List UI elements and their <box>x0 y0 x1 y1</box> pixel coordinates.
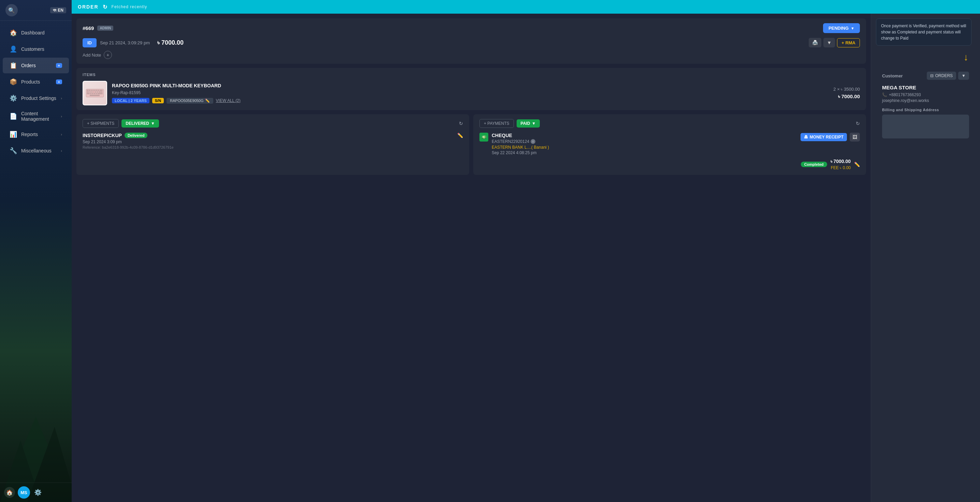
svg-rect-9 <box>94 90 95 91</box>
sidebar-item-content-management[interactable]: 📄 Content Management › <box>3 107 69 126</box>
order-number: #669 <box>83 25 94 31</box>
svg-rect-25 <box>98 93 103 94</box>
customer-card: Customer ⊟ ORDERS ▼ MEGA STORE 📞 +880 <box>876 67 975 143</box>
image-button[interactable]: 🖼 <box>850 133 860 141</box>
order-amount: ৳ 7000.00 <box>157 39 184 46</box>
payment-reference: EASTERN22920124 i <box>492 139 797 144</box>
plus-icon: + <box>104 51 112 59</box>
add-shipment-button[interactable]: + SHIPMENTS <box>83 119 119 128</box>
sidebar-item-label: Miscellaneous <box>21 148 51 154</box>
svg-rect-18 <box>97 91 98 92</box>
shipments-card: + SHIPMENTS DELIVERED ▼ ↻ INSTOREPICKUP … <box>76 114 469 175</box>
product-name: RAPOO E9050G PINK MULTI-MODE KEYBOARD <box>112 83 829 89</box>
sidebar-item-dashboard[interactable]: 🏠 Dashboard <box>3 25 69 41</box>
chevron-down-icon: ▼ <box>962 73 966 78</box>
order-header-card: #669 ADMIN PENDING ▼ ID Sep 21 2024, 3:0… <box>76 18 866 64</box>
home-button[interactable]: 🏠 <box>4 487 15 498</box>
right-panel: Once payment is Verified, payment method… <box>871 14 980 502</box>
view-all-button[interactable]: VIEW ALL (2) <box>216 98 240 103</box>
paid-label: PAID <box>521 121 530 126</box>
sidebar-item-label: Dashboard <box>21 30 45 35</box>
chevron-right-icon: › <box>61 114 62 118</box>
search-button[interactable]: 🔍 <box>5 4 18 16</box>
fetched-status: Fetched recently <box>111 5 147 9</box>
print-button[interactable]: 🖨️ <box>809 38 821 48</box>
add-note-button[interactable]: Add Note + <box>83 48 860 59</box>
shipment-item: INSTOREPICKUP Delivered Sep 21 2024 3:09… <box>83 133 463 149</box>
edit-payment-icon[interactable]: ✏️ <box>854 162 860 167</box>
payment-date: Sep 22 2024 4:08:25 pm <box>492 150 797 155</box>
main-content: ORDER ↻ Fetched recently #669 ADMIN PEND… <box>72 0 980 502</box>
svg-rect-10 <box>96 90 97 91</box>
sidebar-item-label: Customers <box>21 46 45 52</box>
left-panel: #669 ADMIN PENDING ▼ ID Sep 21 2024, 3:0… <box>72 14 871 502</box>
sidebar-item-orders[interactable]: 📋 Orders + <box>3 58 69 73</box>
receipt-icon: 🖶 <box>804 135 808 140</box>
payments-card: + PAYMENTS PAID ▼ ↻ 💵 CHEQUE EASTERN2292… <box>473 114 866 175</box>
orders-icon: 📋 <box>10 62 17 69</box>
chevron-down-icon: ▼ <box>151 121 155 126</box>
item-row: RAPOO E9050G PINK MULTI-MODE KEYBOARD Ke… <box>83 81 860 105</box>
add-payment-button[interactable]: + PAYMENTS <box>479 119 514 128</box>
content-icon: 📄 <box>10 113 17 120</box>
chevron-down-icon: ▼ <box>531 121 536 126</box>
refresh-payments-icon[interactable]: ↻ <box>856 121 860 126</box>
delivered-label: DELIVERED <box>126 121 149 126</box>
topbar-order-label: ORDER <box>78 4 99 10</box>
local-tag: LOCAL | 2 YEARS <box>112 98 150 103</box>
nav-menu: 🏠 Dashboard 👤 Customers 📋 Orders + 📦 Pro… <box>0 21 72 483</box>
product-sku: Key-Rap-81595 <box>112 91 829 95</box>
language-badge[interactable]: বাং EN <box>50 7 66 13</box>
shipment-method: INSTOREPICKUP <box>83 133 122 138</box>
payment-bank[interactable]: EASTERN BANK L....( Banani ) <box>492 145 797 150</box>
customers-icon: 👤 <box>10 45 17 53</box>
serial-tag[interactable]: RAPOO505E9050G ✏️ <box>167 98 213 104</box>
status-button[interactable]: PENDING ▼ <box>823 23 860 33</box>
more-button[interactable]: ▼ <box>823 38 835 48</box>
refresh-shipments-icon[interactable]: ↻ <box>459 121 463 126</box>
item-total: ৳ 7000.00 <box>833 94 860 100</box>
info-icon[interactable]: i <box>531 139 535 144</box>
sidebar-bottom: 🏠 MS ⚙️ <box>0 483 72 502</box>
sidebar-item-label: Content Management <box>21 111 57 122</box>
products-icon: 📦 <box>10 78 17 86</box>
item-qty-price: 2 × ৳ 3500.00 <box>833 87 860 92</box>
customer-section-title: Customer <box>882 73 903 78</box>
chevron-right-icon: › <box>61 132 62 137</box>
sidebar-item-reports[interactable]: 📊 Reports › <box>3 127 69 142</box>
delivered-button[interactable]: DELIVERED ▼ <box>121 119 159 127</box>
payment-method: CHEQUE <box>492 133 797 138</box>
sn-tag[interactable]: S/N <box>152 98 164 103</box>
products-badge: + <box>56 79 62 84</box>
money-receipt-button[interactable]: 🖶 MONEY RECEIPT <box>800 133 847 141</box>
tooltip: Once payment is Verified, payment method… <box>876 18 972 46</box>
items-card: ITEMS <box>76 68 866 110</box>
settings-icon[interactable]: ⚙️ <box>34 489 41 496</box>
product-settings-icon: ⚙️ <box>10 94 17 102</box>
svg-rect-23 <box>94 93 95 94</box>
ms-avatar[interactable]: MS <box>18 486 30 499</box>
refresh-button[interactable]: ↻ <box>103 4 108 10</box>
orders-button[interactable]: ⊟ ORDERS <box>927 71 956 80</box>
misc-icon: 🔧 <box>10 147 17 154</box>
rma-button[interactable]: + RMA <box>837 38 860 48</box>
svg-rect-24 <box>95 93 97 94</box>
sidebar-item-products[interactable]: 📦 Products + <box>3 74 69 90</box>
svg-rect-15 <box>91 91 92 92</box>
product-image <box>83 81 107 105</box>
payment-item: 💵 CHEQUE EASTERN22920124 i EASTERN BANK … <box>479 133 860 155</box>
order-date: Sep 21 2024, 3:09:29 pm <box>100 40 150 45</box>
svg-rect-16 <box>93 91 94 92</box>
svg-rect-19 <box>99 91 103 92</box>
paid-button[interactable]: PAID ▼ <box>517 119 540 127</box>
svg-rect-14 <box>89 91 91 92</box>
order-id-button[interactable]: ID <box>83 38 97 48</box>
svg-rect-8 <box>92 90 94 91</box>
sidebar-item-product-settings[interactable]: ⚙️ Product Settings › <box>3 91 69 106</box>
svg-rect-26 <box>90 95 100 96</box>
orders-dropdown[interactable]: ▼ <box>958 71 969 80</box>
edit-shipment-icon[interactable]: ✏️ <box>457 133 463 138</box>
customer-email: josephine.roy@xen.works <box>882 98 969 103</box>
sidebar-item-customers[interactable]: 👤 Customers <box>3 41 69 57</box>
sidebar-item-miscellaneous[interactable]: 🔧 Miscellaneous › <box>3 143 69 159</box>
